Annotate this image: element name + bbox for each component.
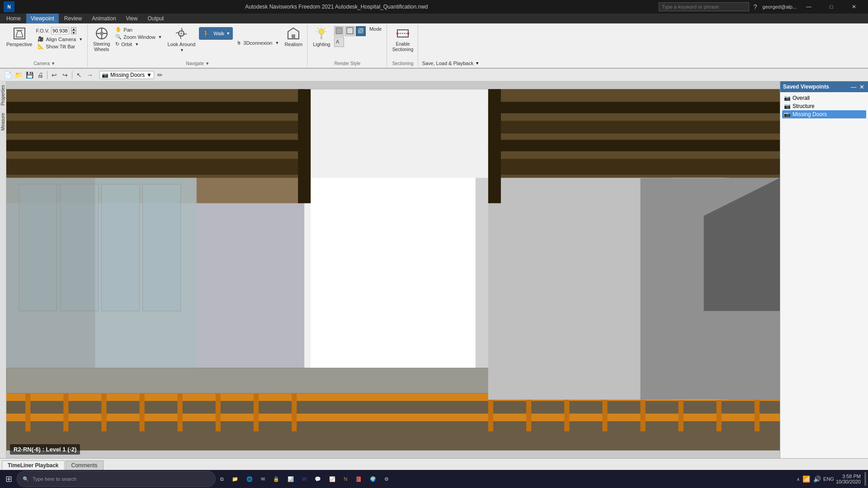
show-desktop[interactable] xyxy=(864,472,866,486)
zoom-window-button[interactable]: 🔍 Zoom Window ▼ xyxy=(113,33,164,40)
fov-down[interactable]: ▼ xyxy=(71,31,76,34)
explorer-button[interactable]: 📁 xyxy=(228,471,242,487)
viewpoint-item-overall[interactable]: 📷 Overall xyxy=(782,94,866,102)
search-taskbar-button[interactable]: 🔍 Type here to search xyxy=(17,471,216,487)
orbit-icon: ↻ xyxy=(115,41,119,47)
undo-button[interactable]: ↩ xyxy=(49,70,59,80)
menu-output[interactable]: Output xyxy=(143,14,168,23)
viewpoint-icon-missing-doors: 📷 xyxy=(784,111,791,117)
fov-input[interactable] xyxy=(51,27,69,34)
viewpoint-icon-structure: 📷 xyxy=(784,103,791,109)
svg-rect-49 xyxy=(25,393,30,431)
orbit-button[interactable]: ↻ Orbit ▼ xyxy=(113,41,164,47)
svg-rect-21 xyxy=(347,28,353,34)
svg-marker-1 xyxy=(16,30,23,32)
camera-arrow[interactable]: ▼ xyxy=(51,61,56,66)
perspective-label: Perspective xyxy=(6,42,32,47)
menu-view[interactable]: View xyxy=(122,14,142,23)
security-button[interactable]: 🔒 xyxy=(269,471,283,487)
walk-button[interactable]: 🚶 Walk ▼ xyxy=(199,27,233,40)
menu-review[interactable]: Review xyxy=(60,14,86,23)
open-button[interactable]: 📁 xyxy=(14,70,24,80)
save-button[interactable]: 💾 xyxy=(24,70,34,80)
select-button[interactable]: ↖ xyxy=(74,70,84,80)
fov-up[interactable]: ▲ xyxy=(71,27,76,31)
timeliner-tab[interactable]: TimeLiner Playback xyxy=(2,460,65,470)
perspective-button[interactable]: Perspective xyxy=(5,25,34,48)
fov-spinner[interactable]: ▲ ▼ xyxy=(71,27,76,34)
steering-wheels-button[interactable]: SteeringWheels xyxy=(91,25,112,53)
comments-tab[interactable]: Comments xyxy=(66,460,104,470)
viewpoint-item-missing-doors[interactable]: 📷 Missing Doors xyxy=(782,110,866,118)
pan-button[interactable]: ✋ Pan xyxy=(113,26,164,33)
language-label: ENG xyxy=(823,476,834,482)
align-camera-button[interactable]: 🎥 Align Camera ▼ xyxy=(36,36,85,42)
mode-label: Mode xyxy=(369,26,382,32)
skype-button[interactable]: 💬 xyxy=(311,471,325,487)
print-button[interactable]: 🖨 xyxy=(35,70,45,80)
show-tilt-bar-button[interactable]: 📐 Show Tilt Bar xyxy=(36,43,85,50)
menu-viewpoint[interactable]: Viewpoint xyxy=(26,14,59,23)
mode-button[interactable]: Mode xyxy=(368,25,384,33)
realism-button[interactable]: Realism xyxy=(283,25,304,48)
arrow-button[interactable]: → xyxy=(85,70,95,80)
excel-button[interactable]: 📈 xyxy=(326,471,339,487)
acrobat-button[interactable]: 📕 xyxy=(352,471,365,487)
navisworks-button[interactable]: N xyxy=(340,471,351,487)
powerpoint-button[interactable]: 📊 xyxy=(284,471,297,487)
saved-viewpoints-header: Saved Viewpoints — ✕ xyxy=(780,81,868,92)
enable-sectioning-button[interactable]: EnableSectioning xyxy=(391,25,415,53)
mode-btn-2[interactable] xyxy=(345,26,355,36)
title-bar: N Autodesk Navisworks Freedom 2021 Autod… xyxy=(0,0,868,14)
ribbon-group-navigate: SteeringWheels ✋ Pan 🔍 Zoom Window ▼ ↻ xyxy=(89,24,307,67)
mail-button[interactable]: ✉ xyxy=(257,471,269,487)
properties-tab[interactable]: Properties xyxy=(0,83,6,108)
task-view-button[interactable]: ⧉ xyxy=(217,471,227,487)
help-icon[interactable]: ? xyxy=(754,3,757,10)
title-search-input[interactable] xyxy=(659,2,749,11)
navigate-arrow[interactable]: ▼ xyxy=(205,61,210,66)
mode-btn-1[interactable] xyxy=(334,26,344,36)
look-around-button[interactable]: Look Around ▼ xyxy=(166,25,198,53)
viewpoint-item-structure[interactable]: 📷 Structure xyxy=(782,102,866,110)
mode-btn-3[interactable] xyxy=(356,26,366,36)
search-taskbar-label: Type here to search xyxy=(33,476,76,482)
new-button[interactable]: 📄 xyxy=(3,70,13,80)
maximize-button[interactable]: □ xyxy=(821,0,842,14)
viewpoint-icon-overall: 📷 xyxy=(784,95,791,101)
word-button[interactable]: W xyxy=(298,471,310,487)
network-icon: 📶 xyxy=(802,474,811,483)
redo-button[interactable]: ↪ xyxy=(60,70,70,80)
svg-rect-72 xyxy=(488,89,501,203)
measure-tab[interactable]: Measure xyxy=(0,111,6,132)
edge-button[interactable]: 🌐 xyxy=(243,471,256,487)
chrome-button[interactable]: 🌍 xyxy=(366,471,380,487)
align-camera-icon: 🎥 xyxy=(38,36,44,42)
minimize-button[interactable]: — xyxy=(798,0,819,14)
tray-expand[interactable]: ∧ xyxy=(797,477,800,482)
perspective-icon xyxy=(12,26,27,41)
close-button[interactable]: ✕ xyxy=(844,0,864,14)
viewpoint-selector-icon: 📷 xyxy=(102,72,108,78)
svg-rect-68 xyxy=(488,178,647,400)
ribbon-group-sectioning: EnableSectioning Sectioning xyxy=(388,24,419,67)
viewport[interactable]: R2-RN(-6) : Level 1 (-2) xyxy=(6,81,780,458)
ribbon-group-camera: Perspective F.O.V. ▲ ▼ 🎥 xyxy=(2,24,88,67)
title-bar-left: N xyxy=(4,1,14,12)
save-load-arrow[interactable]: ▼ xyxy=(475,61,479,66)
menu-animation[interactable]: Animation xyxy=(87,14,120,23)
walk-arrow: ▼ xyxy=(226,31,230,36)
app-logo: N xyxy=(4,1,14,12)
viewpoint-selector[interactable]: 📷 Missing Doors ▼ xyxy=(99,71,154,79)
svg-rect-55 xyxy=(254,393,259,431)
panel-minimize-button[interactable]: — xyxy=(850,83,857,90)
mode-btn-4[interactable]: A xyxy=(334,37,344,47)
panel-close-button[interactable]: ✕ xyxy=(858,83,865,90)
menu-home[interactable]: Home xyxy=(2,14,25,23)
settings-button[interactable]: ⚙ xyxy=(381,471,392,487)
start-button[interactable]: ⊞ xyxy=(2,471,16,487)
connexion-button[interactable]: 🖱 3Dconnexion ▼ xyxy=(235,40,281,46)
lighting-button[interactable]: Lighting xyxy=(311,25,332,48)
time-display: 3:58 PM xyxy=(836,474,861,479)
viewpoint-edit-button[interactable]: ✏ xyxy=(155,70,165,80)
